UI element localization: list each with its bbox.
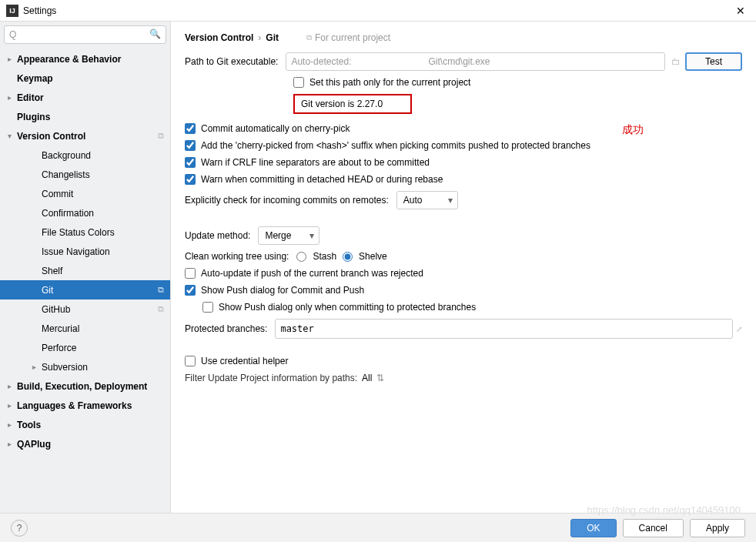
project-scope-icon: ⧉ [158, 131, 164, 141]
sidebar: 🔍 ▸Appearance & BehaviorKeymap▸EditorPlu… [0, 22, 171, 513]
sidebar-item-version-control[interactable]: ▾Version Control⧉ [0, 126, 170, 146]
app-icon: IJ [6, 5, 18, 17]
breadcrumb-b: Git [266, 32, 279, 43]
sidebar-item-label: Plugins [17, 112, 170, 122]
project-scope-icon: ⧉ [306, 33, 312, 42]
sidebar-item-label: Build, Execution, Deployment [17, 381, 170, 392]
sidebar-item-changelists[interactable]: Changelists [0, 165, 170, 184]
sidebar-item-commit[interactable]: Commit [0, 184, 170, 203]
sidebar-item-label: Subversion [42, 362, 170, 373]
stash-radio[interactable] [296, 252, 306, 262]
chevron-icon: ▸ [8, 440, 17, 448]
show-push-protected-label: Show Push dialog only when committing to… [219, 302, 476, 313]
update-method-select[interactable]: Merge [258, 226, 319, 245]
apply-button[interactable]: Apply [690, 519, 745, 537]
sidebar-item-label: Background [42, 150, 170, 161]
folder-icon[interactable]: 🗀 [671, 56, 681, 67]
sidebar-item-label: Version Control [17, 131, 158, 142]
shelve-label: Shelve [359, 251, 387, 262]
commit-auto-checkbox[interactable] [185, 123, 196, 134]
sidebar-item-plugins[interactable]: Plugins [0, 107, 170, 126]
protected-branches-input[interactable] [275, 319, 733, 339]
search-input[interactable] [4, 25, 166, 44]
credential-checkbox[interactable] [185, 356, 196, 366]
content-panel: Version Control › Git ⧉For current proje… [171, 22, 756, 513]
sidebar-item-languages-frameworks[interactable]: ▸Languages & Frameworks [0, 396, 170, 415]
filter-value[interactable]: All [362, 373, 372, 383]
sidebar-item-label: Commit [42, 189, 170, 199]
close-icon[interactable]: ✕ [731, 3, 750, 18]
commit-auto-label: Commit automatically on cherry-pick [201, 123, 350, 134]
sidebar-item-label: Confirmation [42, 208, 170, 219]
shelve-radio[interactable] [343, 252, 353, 262]
sidebar-item-label: Changelists [42, 169, 170, 180]
clean-tree-label: Clean working tree using: [185, 251, 289, 262]
set-path-current-label: Set this path only for the current proje… [309, 77, 470, 88]
sidebar-item-file-status-colors[interactable]: File Status Colors [0, 222, 170, 242]
sidebar-item-label: Tools [17, 420, 170, 430]
chevron-right-icon: › [258, 32, 261, 43]
autoupdate-label: Auto-update if push of the current branc… [201, 268, 423, 279]
sidebar-item-github[interactable]: GitHub⧉ [0, 299, 170, 319]
sidebar-item-perforce[interactable]: Perforce [0, 338, 170, 357]
git-path-input[interactable] [286, 52, 665, 71]
git-path-label: Path to Git executable: [185, 56, 278, 67]
chevron-icon: ▾ [8, 132, 17, 140]
git-version-text: Git version is 2.27.0 [301, 99, 383, 109]
sidebar-item-confirmation[interactable]: Confirmation [0, 203, 170, 222]
autoupdate-checkbox[interactable] [185, 268, 196, 279]
updown-icon[interactable]: ⇅ [376, 373, 384, 383]
window-title: Settings [23, 5, 731, 16]
detached-checkbox[interactable] [185, 174, 196, 185]
sidebar-item-subversion[interactable]: ▸Subversion [0, 357, 170, 376]
project-scope-label: For current project [315, 32, 390, 43]
sidebar-item-label: Appearance & Behavior [17, 54, 170, 65]
help-button[interactable]: ? [11, 520, 28, 537]
credential-label: Use credential helper [201, 356, 288, 366]
sidebar-item-issue-navigation[interactable]: Issue Navigation [0, 242, 170, 261]
expand-icon[interactable]: ⤢ [736, 325, 742, 333]
success-annotation: 成功 [622, 123, 644, 137]
crlf-checkbox[interactable] [185, 157, 196, 168]
sidebar-item-build-execution-deployment[interactable]: ▸Build, Execution, Deployment [0, 376, 170, 396]
sidebar-item-label: Perforce [42, 343, 170, 353]
sidebar-item-label: File Status Colors [42, 227, 170, 238]
sidebar-item-appearance-behavior[interactable]: ▸Appearance & Behavior [0, 49, 170, 69]
update-method-label: Update method: [185, 230, 250, 241]
show-push-checkbox[interactable] [185, 285, 196, 296]
show-push-protected-checkbox[interactable] [202, 302, 213, 313]
git-version-box: Git version is 2.27.0 [293, 94, 412, 114]
breadcrumb-a[interactable]: Version Control [185, 32, 253, 43]
sidebar-item-keymap[interactable]: Keymap [0, 69, 170, 88]
set-path-current-checkbox[interactable] [293, 77, 304, 88]
explicit-check-label: Explicitly check for incoming commits on… [185, 195, 389, 206]
chevron-icon: ▸ [8, 401, 17, 410]
cherry-suffix-checkbox[interactable] [185, 140, 196, 151]
sidebar-item-qaplug[interactable]: ▸QAPlug [0, 434, 170, 453]
chevron-icon: ▸ [8, 93, 17, 102]
filter-label: Filter Update Project information by pat… [185, 373, 357, 383]
sidebar-item-git[interactable]: Git⧉ [0, 280, 170, 299]
sidebar-item-label: Mercurial [42, 323, 170, 334]
cherry-suffix-label: Add the 'cherry-picked from <hash>' suff… [201, 140, 590, 151]
sidebar-item-label: Editor [17, 92, 170, 103]
chevron-icon: ▸ [32, 363, 42, 371]
sidebar-item-label: Languages & Frameworks [17, 400, 170, 411]
project-scope-icon: ⧉ [158, 304, 164, 314]
breadcrumb: Version Control › Git ⧉For current proje… [185, 29, 742, 52]
show-push-label: Show Push dialog for Commit and Push [201, 285, 364, 296]
chevron-icon: ▸ [8, 55, 17, 63]
sidebar-item-label: Issue Navigation [42, 246, 170, 257]
ok-button[interactable]: OK [570, 519, 616, 537]
sidebar-item-tools[interactable]: ▸Tools [0, 415, 170, 434]
cancel-button[interactable]: Cancel [623, 519, 684, 537]
sidebar-item-editor[interactable]: ▸Editor [0, 88, 170, 107]
sidebar-item-label: Shelf [42, 266, 170, 276]
project-scope-icon: ⧉ [158, 285, 164, 295]
sidebar-item-mercurial[interactable]: Mercurial [0, 319, 170, 338]
test-button[interactable]: Test [685, 52, 742, 71]
explicit-check-select[interactable]: Auto [396, 191, 458, 209]
sidebar-item-background[interactable]: Background [0, 146, 170, 165]
watermark: https://blog.csdn.net/qq140459100 [587, 504, 741, 516]
sidebar-item-shelf[interactable]: Shelf [0, 261, 170, 280]
